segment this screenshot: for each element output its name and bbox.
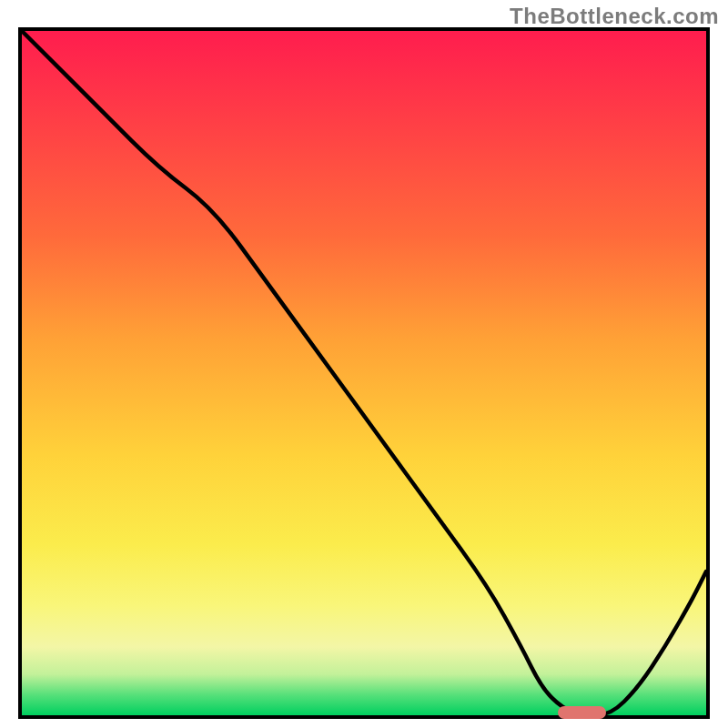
plot-frame	[18, 27, 710, 719]
chart-container: TheBottleneck.com	[0, 0, 728, 728]
bottleneck-curve	[22, 31, 706, 715]
watermark-label: TheBottleneck.com	[510, 4, 719, 29]
optimum-marker	[558, 706, 606, 719]
